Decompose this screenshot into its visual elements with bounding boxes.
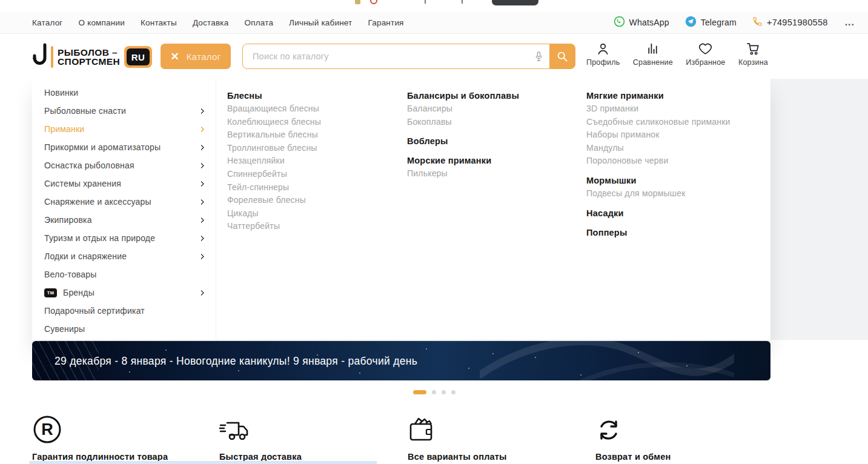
chevron-right-icon: [199, 181, 205, 187]
subcategory-link[interactable]: Подвесы для мормышек: [586, 187, 759, 201]
subcategory-link[interactable]: Съедобные силиконовые приманки: [586, 116, 759, 129]
chevron-right-icon: [199, 290, 205, 296]
category-title[interactable]: Попперы: [586, 226, 759, 239]
sidebar-item-turizm[interactable]: Туризм и отдых на природе: [32, 229, 216, 247]
microphone-icon: [534, 50, 544, 62]
category-title[interactable]: Балансиры и бокоплавы: [407, 89, 580, 102]
feature-authenticity[interactable]: R Гарантия подлинности товара: [32, 414, 214, 462]
whatsapp-link[interactable]: WhatsApp: [614, 16, 669, 30]
sidebar-item-velo[interactable]: Вело-товары: [32, 265, 216, 283]
heart-icon: [698, 41, 713, 56]
sidebar-item-snaryazhenie[interactable]: Снаряжение и аксессуары: [32, 193, 216, 211]
user-icon: [595, 41, 611, 56]
compare-button[interactable]: Сравнение: [633, 41, 673, 67]
truck-icon: [219, 419, 251, 443]
category-group: Мягкие приманки 3D приманки Съедобные си…: [586, 89, 759, 168]
topbar-link-account[interactable]: Личный кабинет: [289, 18, 352, 27]
chevron-right-icon: [199, 217, 205, 223]
subcategory-link[interactable]: Наборы приманок: [586, 128, 759, 142]
site-logo[interactable]: РЫБОЛОВ – СПОРТСМЕН RU: [32, 42, 152, 71]
carousel-dot-3[interactable]: [442, 390, 446, 394]
sidebar-item-prikormki[interactable]: Прикормки и ароматизаторы: [32, 138, 216, 156]
feature-delivery[interactable]: Быстрая доставка: [219, 414, 401, 464]
subcategory-link[interactable]: Незацепляйки: [227, 154, 400, 168]
subcategory-link[interactable]: Форелевые блесны: [227, 194, 400, 207]
subcategory-link[interactable]: Вращающиеся блесны: [227, 102, 400, 116]
phone-link[interactable]: +74951980558: [752, 16, 828, 29]
chevron-right-icon: [199, 162, 205, 168]
topbar-link-warranty[interactable]: Гарантия: [368, 18, 403, 27]
subcategory-link[interactable]: Мандулы: [586, 142, 759, 155]
sidebar-item-lodki[interactable]: Лодки и снаряжение: [32, 247, 216, 265]
telegram-icon: [685, 16, 697, 30]
sidebar-item-snasti[interactable]: Рыболовные снасти: [32, 102, 216, 120]
subcategory-link[interactable]: Спиннербейты: [227, 168, 400, 181]
wallet-icon: [408, 416, 436, 445]
registered-icon: R: [32, 414, 62, 445]
browser-chrome-fragment: [0, 0, 868, 12]
chrome-tick-icon: [462, 0, 463, 4]
category-title[interactable]: Мормышки: [586, 174, 759, 187]
topbar-link-delivery[interactable]: Доставка: [193, 18, 229, 27]
subcategory-link[interactable]: Бокоплавы: [407, 116, 580, 129]
carousel-dot-1[interactable]: [413, 390, 426, 394]
feature-payment[interactable]: Все варианты оплаты: [408, 414, 589, 464]
more-menu-button[interactable]: ...: [845, 17, 855, 28]
sidebar-item-osnastka[interactable]: Оснастка рыболовная: [32, 156, 216, 174]
category-group: Воблеры: [407, 134, 580, 148]
phone-icon: [752, 16, 763, 29]
profile-button[interactable]: Профиль: [586, 41, 620, 67]
category-title[interactable]: Воблеры: [407, 134, 580, 148]
whatsapp-label: WhatsApp: [629, 18, 669, 27]
banner-swirl-decoration: [480, 341, 734, 380]
feature-returns[interactable]: Возврат и обмен: [595, 414, 777, 464]
subcategory-link[interactable]: Поролоновые черви: [586, 154, 759, 168]
search-input[interactable]: [243, 44, 528, 68]
favorites-button[interactable]: Избранное: [686, 41, 725, 67]
exchange-icon: [595, 417, 622, 443]
promo-banner[interactable]: 29 декабря - 8 января - Новогодние каник…: [32, 341, 770, 380]
subcategory-link[interactable]: Чаттербейты: [227, 220, 400, 233]
bar-chart-icon: [645, 41, 660, 56]
sidebar-item-ekipirovka[interactable]: Экипировка: [32, 211, 216, 229]
subcategory-link[interactable]: Балансиры: [407, 102, 580, 116]
subcategory-link[interactable]: Троллинговые блесны: [227, 142, 400, 155]
subcategory-link[interactable]: Цикады: [227, 207, 400, 220]
category-title[interactable]: Насадки: [586, 207, 759, 220]
subcategory-link[interactable]: 3D приманки: [586, 102, 759, 116]
category-title[interactable]: Блесны: [227, 89, 400, 102]
record-fragment-icon: [370, 0, 377, 4]
voice-search-button[interactable]: [528, 44, 549, 68]
subcategory-link[interactable]: Вертикальные блесны: [227, 128, 400, 142]
cart-button[interactable]: Корзина: [738, 41, 768, 67]
category-title[interactable]: Мягкие приманки: [586, 89, 759, 102]
hook-logo-icon: [32, 42, 48, 71]
topbar-link-payment[interactable]: Оплата: [244, 18, 273, 27]
search-submit-button[interactable]: [549, 44, 575, 68]
subcategory-link[interactable]: Тейл-спиннеры: [227, 181, 400, 194]
sidebar-item-primanki[interactable]: Приманки: [32, 120, 216, 138]
svg-text:R: R: [41, 420, 53, 439]
sidebar-item-sistemy-hraneniya[interactable]: Системы хранения: [32, 174, 216, 193]
carousel-dot-2[interactable]: [432, 390, 436, 394]
sidebar-item-suveniry[interactable]: Сувениры: [32, 320, 216, 338]
sidebar-item-sertifikat[interactable]: Подарочный сертификат: [32, 302, 216, 320]
category-group: Насадки: [586, 207, 759, 220]
category-group: Попперы: [586, 226, 759, 239]
telegram-link[interactable]: Telegram: [685, 16, 737, 30]
search-icon: [556, 50, 568, 62]
sidebar-item-novinki[interactable]: Новинки: [32, 84, 216, 102]
logo-ru-badge: RU: [124, 46, 152, 68]
catalog-button[interactable]: ✕ Каталог: [161, 44, 231, 69]
topbar-link-catalog[interactable]: Каталог: [32, 18, 62, 27]
category-group: Балансиры и бокоплавы Балансиры Бокоплав…: [407, 89, 580, 128]
subcategory-link[interactable]: Колеблющиеся блесны: [227, 116, 400, 129]
topbar-link-about[interactable]: О компании: [78, 18, 124, 27]
trademark-icon: TM: [44, 288, 57, 297]
topbar-link-contacts[interactable]: Контакты: [141, 18, 177, 27]
carousel-dot-4[interactable]: [451, 390, 456, 394]
chevron-right-icon: [199, 235, 205, 241]
category-title[interactable]: Морские приманки: [407, 154, 580, 167]
subcategory-link[interactable]: Пилькеры: [407, 167, 580, 181]
sidebar-item-brendy[interactable]: TM Бренды: [32, 283, 216, 302]
